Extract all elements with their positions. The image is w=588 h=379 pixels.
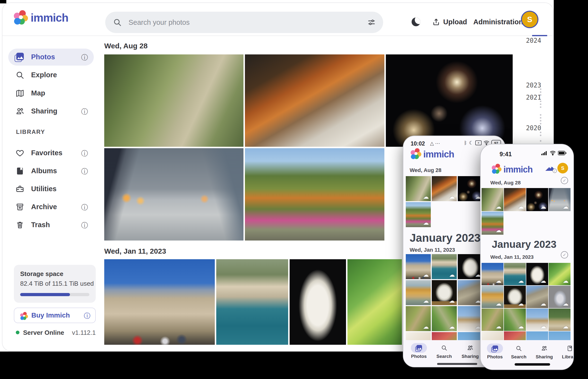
timeline-position-indicator[interactable] bbox=[532, 35, 547, 36]
phone2-tab-sharing[interactable]: Sharing bbox=[533, 344, 556, 360]
photo-autumn[interactable]: ☁ bbox=[482, 212, 503, 235]
photo-autumn[interactable] bbox=[245, 148, 384, 240]
sidebar-item-photos[interactable]: Photosⓘ bbox=[2, 48, 100, 66]
photo-trophy[interactable]: ☁ bbox=[549, 286, 571, 308]
sidebar-item-utilities[interactable]: Utilities bbox=[2, 180, 100, 198]
photo-cliff[interactable]: ☁ bbox=[482, 286, 503, 308]
select-all-check-icon[interactable]: ✓ bbox=[561, 177, 568, 184]
filter-sliders-icon[interactable] bbox=[367, 18, 376, 27]
photo-zoo[interactable] bbox=[104, 54, 243, 147]
photo-lizard2[interactable]: ☁ bbox=[432, 306, 457, 331]
sidebar-item-explore[interactable]: Explore bbox=[2, 66, 100, 84]
info-icon[interactable]: ⓘ bbox=[81, 107, 88, 116]
photo-sky[interactable]: ☁ bbox=[526, 332, 548, 340]
cloud-backup-icon: ☁ bbox=[449, 271, 455, 278]
photo-sky[interactable]: ☁ bbox=[549, 332, 571, 340]
photo-winter[interactable]: ☁ bbox=[526, 309, 548, 331]
photo-hands[interactable]: ☁ bbox=[549, 188, 571, 211]
photo-dinner[interactable]: ☁ bbox=[504, 188, 526, 211]
phone2-tab-photos[interactable]: Photos bbox=[483, 344, 507, 360]
phone2-tab-search[interactable]: Search bbox=[507, 344, 530, 360]
photo-ruins[interactable]: ☁ bbox=[458, 280, 483, 305]
select-all-check-icon[interactable]: ✓ bbox=[561, 251, 568, 258]
photo-zoo[interactable]: ☁ bbox=[482, 188, 503, 211]
upload-button[interactable]: Upload bbox=[432, 16, 467, 28]
timeline-tick bbox=[540, 140, 541, 142]
info-icon[interactable]: ⓘ bbox=[81, 221, 88, 230]
photo-bust[interactable]: ☁ bbox=[458, 254, 483, 279]
photo-dinner[interactable]: ☁ bbox=[432, 176, 457, 201]
home-indicator[interactable] bbox=[437, 363, 477, 365]
photo-fireworks[interactable]: ☁ bbox=[526, 188, 548, 211]
photo-bloom[interactable]: ☁ bbox=[482, 332, 503, 340]
timeline-year[interactable]: 2020 bbox=[524, 124, 543, 132]
photo-fireworks[interactable] bbox=[386, 54, 513, 147]
photo-winter[interactable]: ☁ bbox=[458, 306, 483, 331]
photo-dinner[interactable] bbox=[245, 54, 384, 147]
phone1-tab-search[interactable]: Search bbox=[432, 343, 456, 359]
info-icon[interactable]: ⓘ bbox=[81, 149, 88, 158]
timeline-tick bbox=[540, 120, 541, 122]
photo-bloom[interactable]: ☁ bbox=[406, 332, 431, 340]
photo-fort[interactable] bbox=[104, 259, 215, 345]
user-avatar[interactable]: S bbox=[521, 11, 539, 28]
info-icon[interactable]: ⓘ bbox=[81, 203, 88, 212]
info-icon[interactable]: ⓘ bbox=[81, 167, 88, 176]
archive-icon bbox=[16, 203, 24, 211]
photo-zoo[interactable]: ☁ bbox=[406, 176, 431, 201]
sidebar-item-map[interactable]: Map bbox=[2, 85, 100, 102]
search-icon bbox=[113, 18, 122, 27]
photo-coast[interactable]: ☁ bbox=[432, 254, 457, 279]
photo-berries[interactable] bbox=[348, 259, 402, 345]
photo-hands[interactable] bbox=[104, 148, 243, 240]
photo-rock[interactable]: ☁ bbox=[504, 286, 526, 308]
home-indicator[interactable] bbox=[515, 363, 550, 366]
buy-immich-button[interactable]: Buy Immich ⓘ bbox=[14, 308, 96, 323]
photo-berries[interactable]: ☁ bbox=[549, 263, 571, 285]
sidebar-item-archive[interactable]: Archiveⓘ bbox=[2, 199, 100, 216]
administration-link[interactable]: Administration bbox=[473, 16, 523, 28]
photos-icon bbox=[411, 343, 427, 353]
photo-coast[interactable]: ☁ bbox=[504, 263, 526, 285]
search-bar[interactable] bbox=[105, 12, 383, 33]
photo-sky[interactable]: ☁ bbox=[458, 332, 483, 340]
photo-fort[interactable]: ☁ bbox=[406, 254, 431, 279]
toolbox-icon bbox=[16, 185, 24, 193]
photo-bust[interactable]: ☁ bbox=[526, 263, 548, 285]
tab-label: Search bbox=[507, 354, 530, 360]
search-input[interactable] bbox=[128, 12, 357, 33]
sidebar-item-albums[interactable]: Albumsⓘ bbox=[2, 162, 100, 180]
photo-coast[interactable] bbox=[216, 259, 288, 345]
photo-fort[interactable]: ☁ bbox=[482, 263, 503, 285]
info-icon[interactable]: ⓘ bbox=[84, 312, 90, 320]
photo-red[interactable]: ☁ bbox=[504, 332, 526, 340]
phone1-tab-photos[interactable]: Photos bbox=[407, 343, 430, 359]
tab-label: Photos bbox=[407, 354, 430, 359]
photo-lizard2[interactable]: ☁ bbox=[504, 309, 526, 331]
info-icon[interactable]: ⓘ bbox=[81, 53, 88, 62]
user-avatar[interactable]: S bbox=[557, 163, 568, 174]
timeline-year[interactable]: 2023 bbox=[524, 82, 543, 89]
cloud-sync-icon[interactable]: ☁✦✓ bbox=[545, 163, 557, 173]
photo-rock[interactable]: ☁ bbox=[432, 280, 457, 305]
sidebar-item-trash[interactable]: Trashⓘ bbox=[2, 217, 100, 234]
phone2-tab-library[interactable]: Library bbox=[558, 344, 574, 360]
photo-red[interactable]: ☁ bbox=[432, 332, 457, 340]
dnd-moon-icon: ☾ bbox=[469, 140, 473, 146]
phone-photo-grid: ☁☁☁☁☁☁☁☁☁☁☁☁☁☁☁☁ bbox=[482, 263, 571, 340]
photo-autumn[interactable]: ☁ bbox=[406, 202, 431, 227]
phone1-tab-sharing[interactable]: Sharing bbox=[459, 343, 482, 359]
photo-cliff[interactable]: ☁ bbox=[406, 280, 431, 305]
dark-mode-toggle-icon[interactable] bbox=[412, 17, 420, 26]
photo-bust[interactable] bbox=[290, 259, 346, 345]
people-icon bbox=[462, 343, 478, 353]
photo-fireworks[interactable]: ☁ bbox=[458, 176, 483, 201]
photo-lizard1[interactable]: ☁ bbox=[482, 309, 503, 331]
sidebar-item-sharing[interactable]: Sharingⓘ bbox=[2, 103, 100, 120]
sidebar-item-favorites[interactable]: Favoritesⓘ bbox=[2, 144, 100, 161]
timeline-year[interactable]: 2024 bbox=[524, 37, 543, 44]
photo-lizard1[interactable]: ☁ bbox=[406, 306, 431, 331]
timeline-tick bbox=[540, 106, 541, 108]
photo-ruins[interactable]: ☁ bbox=[526, 286, 548, 308]
photo-farm[interactable]: ☁ bbox=[549, 309, 571, 331]
